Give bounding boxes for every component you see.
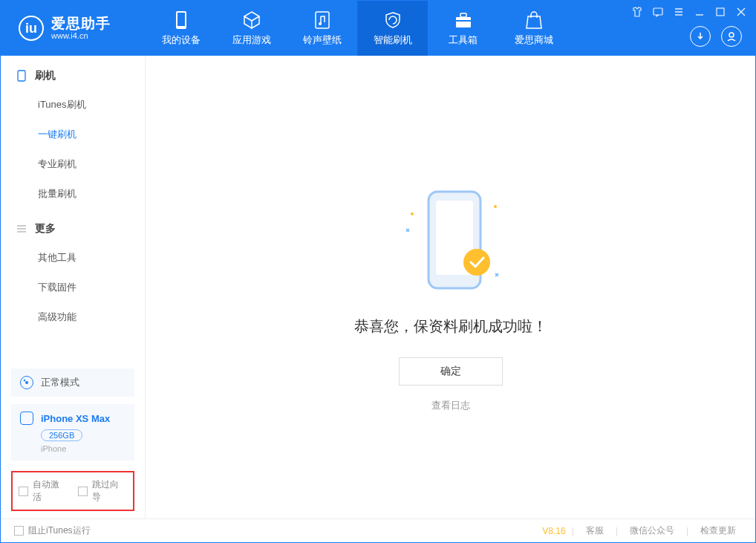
main-content: 恭喜您，保资料刷机成功啦！ 确定 查看日志 [146, 56, 755, 518]
footer-link-wechat[interactable]: 微信公众号 [624, 524, 680, 537]
close-icon[interactable] [734, 5, 748, 19]
svg-point-9 [729, 33, 734, 37]
svg-rect-1 [177, 13, 185, 26]
nav-smart-flash[interactable]: 智能刷机 [357, 1, 428, 56]
svg-point-11 [25, 381, 28, 384]
device-info-box[interactable]: iPhone XS Max 256GB iPhone [11, 404, 134, 461]
sidebar: 刷机 iTunes刷机 一键刷机 专业刷机 批量刷机 更多 其他工具 下载固件 … [1, 56, 146, 518]
sidebar-item-batch-flash[interactable]: 批量刷机 [1, 179, 145, 209]
footer-link-update[interactable]: 检查更新 [694, 524, 742, 537]
svg-point-12 [24, 380, 25, 381]
nav-store[interactable]: 爱思商城 [498, 1, 569, 56]
svg-point-17 [463, 249, 490, 276]
mode-icon [20, 376, 33, 389]
checkbox-icon [78, 487, 88, 496]
nav-toolbox[interactable]: 工具箱 [428, 1, 498, 56]
app-header: iu 爱思助手 www.i4.cn 我的设备 应用游戏 铃声壁纸 智能刷机 工具… [1, 1, 755, 56]
bag-icon [525, 10, 543, 30]
sidebar-item-itunes-flash[interactable]: iTunes刷机 [1, 90, 145, 120]
svg-rect-8 [717, 8, 724, 16]
svg-rect-7 [654, 8, 662, 15]
feedback-icon[interactable] [651, 5, 665, 19]
footer-link-service[interactable]: 客服 [580, 524, 610, 537]
tshirt-icon[interactable] [630, 5, 644, 19]
logo-icon: iu [19, 16, 44, 41]
ok-button[interactable]: 确定 [399, 357, 503, 386]
success-illustration [384, 184, 518, 299]
music-file-icon [314, 10, 330, 30]
list-icon [16, 224, 27, 233]
checkbox-icon [14, 526, 24, 536]
sidebar-item-advanced[interactable]: 高级功能 [1, 302, 145, 332]
user-button[interactable] [721, 26, 742, 47]
checkbox-auto-activate[interactable]: 自动激活 [19, 478, 68, 504]
sidebar-item-pro-flash[interactable]: 专业刷机 [1, 149, 145, 179]
top-nav: 我的设备 应用游戏 铃声壁纸 智能刷机 工具箱 爱思商城 [146, 1, 569, 56]
checkbox-icon [19, 487, 28, 496]
sidebar-item-download-firmware[interactable]: 下载固件 [1, 273, 145, 302]
svg-point-14 [494, 205, 497, 208]
header-right-bottom [690, 26, 742, 47]
checkbox-skip-guide[interactable]: 跳过向导 [78, 478, 127, 504]
success-message: 恭喜您，保资料刷机成功啦！ [354, 316, 547, 336]
app-title: 爱思助手 [51, 16, 111, 32]
footer: 阻止iTunes运行 V8.16 | 客服 | 微信公众号 | 检查更新 [1, 518, 755, 542]
sidebar-item-other-tools[interactable]: 其他工具 [1, 243, 145, 273]
svg-rect-5 [460, 13, 466, 17]
titlebar-controls [630, 5, 748, 19]
checkbox-block-itunes[interactable]: 阻止iTunes运行 [14, 524, 91, 537]
view-log-link[interactable]: 查看日志 [431, 399, 470, 412]
app-url: www.i4.cn [51, 31, 111, 40]
svg-point-3 [319, 22, 322, 25]
svg-rect-2 [316, 12, 329, 28]
phone-icon [175, 10, 188, 30]
nav-apps-games[interactable]: 应用游戏 [216, 1, 287, 56]
maximize-icon[interactable] [714, 5, 727, 19]
svg-rect-4 [456, 17, 471, 27]
nav-my-device[interactable]: 我的设备 [146, 1, 216, 56]
nav-ringtones[interactable]: 铃声壁纸 [287, 1, 357, 56]
download-button[interactable] [690, 26, 711, 47]
svg-point-13 [411, 212, 414, 215]
phone-outline-icon [16, 70, 27, 82]
logo-area: iu 爱思助手 www.i4.cn [1, 16, 146, 41]
checkbox-row: 自动激活 跳过向导 [11, 471, 134, 511]
svg-rect-6 [456, 20, 471, 22]
device-type: iPhone [41, 444, 126, 453]
cube-icon [242, 10, 261, 30]
shield-refresh-icon [383, 10, 403, 30]
svg-rect-10 [18, 71, 25, 81]
device-name: iPhone XS Max [41, 413, 110, 424]
device-storage: 256GB [41, 429, 82, 441]
sidebar-item-oneclick-flash[interactable]: 一键刷机 [1, 120, 145, 149]
version-label: V8.16 [542, 526, 565, 536]
minimize-icon[interactable] [693, 5, 706, 19]
sidebar-section-flash: 刷机 [1, 69, 145, 90]
device-icon [20, 412, 33, 425]
device-mode-box[interactable]: 正常模式 [11, 368, 134, 397]
sidebar-section-more: 更多 [1, 222, 145, 243]
toolbox-icon [454, 10, 473, 30]
menu-icon[interactable] [672, 5, 685, 19]
